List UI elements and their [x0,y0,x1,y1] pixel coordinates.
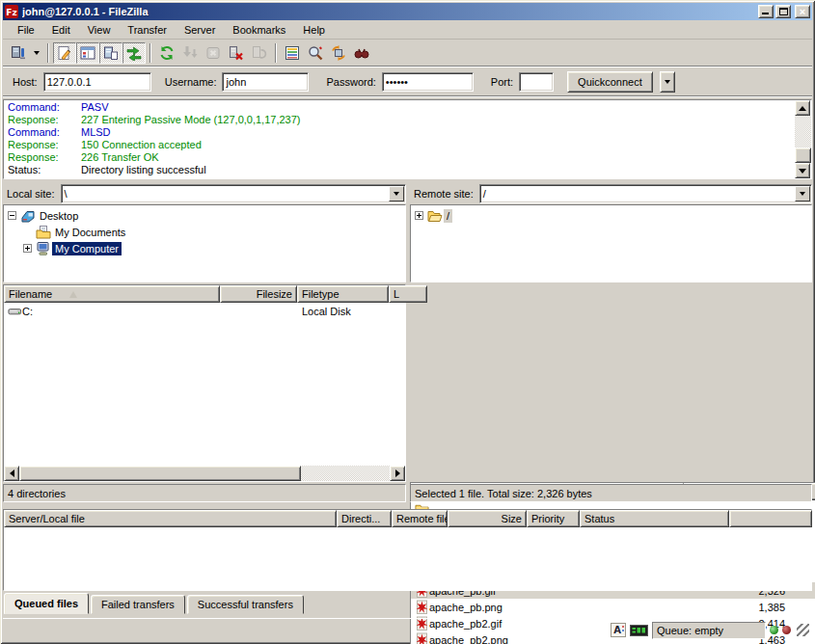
tab-queued-files[interactable]: Queued files [4,593,89,614]
column-header-filesize[interactable]: Filesize [220,285,297,303]
toggle-remote-tree-button[interactable] [99,42,122,64]
filezilla-logo-icon: Fz [5,5,18,18]
local-site-value: \ [62,185,388,202]
menu-item-view[interactable]: View [79,22,120,38]
file-size: 1,385 [684,599,795,615]
username-input[interactable] [222,72,309,92]
file-name: apache_pb.png [429,602,503,613]
refresh-button[interactable] [155,42,178,64]
arrow-up-icon [799,106,806,111]
chevron-down-icon [394,192,399,196]
chevron-down-icon [34,51,40,55]
menu-item-file[interactable]: File [9,22,43,38]
column-header-server-local-file[interactable]: Server/Local file [4,510,337,527]
remote-status-bar: Selected 1 file. Total size: 2,326 bytes [410,484,812,502]
toggle-transfer-queue-button[interactable] [122,42,146,64]
minimize-button[interactable] [758,5,774,18]
title-bar: Fz john@127.0.0.1 - FileZilla × [3,3,812,20]
find-files-button[interactable] [350,42,373,64]
resize-grip[interactable] [797,624,809,636]
scroll-thumb[interactable] [19,466,301,481]
column-header-label: Filename [9,288,52,300]
menu-item-transfer[interactable]: Transfer [119,22,176,38]
remote-status-text: Selected 1 file. Total size: 2,326 bytes [415,488,592,499]
tree-item[interactable]: My Documents [4,224,405,240]
log-line-label: Response: [8,139,81,151]
maximize-button[interactable] [775,5,791,18]
site-manager-button[interactable] [7,42,30,64]
menu-item-server[interactable]: Server [176,22,224,38]
tree-expander-plus[interactable] [23,244,32,253]
file-row[interactable]: C: Local Disk [4,303,405,319]
log-line-text: 150 Connection accepted [81,139,202,151]
scroll-track[interactable] [301,466,390,481]
file-row[interactable]: apache_pb.png 1,385 [411,599,815,615]
file-name: C: [22,306,33,317]
tree-item[interactable]: My Computer [4,240,405,256]
password-input[interactable] [382,72,474,92]
speed-limit-indicator-icon [630,625,648,636]
message-log: Command:PASVResponse:227 Entering Passiv… [3,99,812,179]
tab-failed-transfers[interactable]: Failed transfers [91,595,185,614]
column-header-directi-[interactable]: Directi... [337,510,392,527]
synchronized-browsing-button[interactable] [327,42,350,64]
column-header-l[interactable]: L [389,285,427,303]
site-manager-dropdown[interactable] [30,42,43,64]
log-line-label: Response: [8,151,81,164]
scroll-thumb[interactable] [795,148,811,163]
tree-item-label: My Computer [52,242,122,255]
menu-item-edit[interactable]: Edit [43,22,79,38]
toggle-local-tree-button[interactable] [76,42,99,64]
log-line-text: MLSD [81,126,111,139]
menu-item-help[interactable]: Help [294,22,334,38]
sort-ascending-icon [69,291,77,298]
local-site-dropdown[interactable] [389,186,404,201]
remote-site-dropdown[interactable] [795,186,810,201]
remote-site-label: Remote site: [410,188,479,200]
quickconnect-button[interactable]: Quickconnect [567,71,653,93]
directory-filters-button[interactable] [281,42,304,64]
tree-expander-plus[interactable] [415,211,423,220]
tree-item[interactable]: / [411,207,811,224]
toggle-message-log-button[interactable] [53,42,76,64]
svg-text:Fz: Fz [6,8,16,17]
local-horizontal-scrollbar[interactable] [4,466,405,481]
column-header-label: Filesize [257,288,292,300]
remote-site-combo[interactable]: / [479,184,812,203]
scroll-right-button[interactable] [390,466,405,481]
menu-item-bookmarks[interactable]: Bookmarks [224,22,294,38]
directory-comparison-button[interactable] [304,42,327,64]
host-input[interactable] [43,72,151,92]
column-header-filename[interactable]: Filename [4,285,220,303]
log-scrollbar[interactable] [795,100,811,178]
scroll-track[interactable] [795,116,811,148]
window-title: john@127.0.0.1 - FileZilla [22,6,756,17]
scroll-up-button[interactable] [795,100,810,116]
tree-item[interactable]: Desktop [4,207,405,224]
disconnect-button[interactable] [225,42,248,64]
log-line-text: PASV [81,101,109,114]
column-header-size[interactable]: Size [448,510,527,527]
local-site-combo[interactable]: \ [61,184,406,203]
port-input[interactable] [519,72,554,92]
close-button[interactable]: × [795,5,810,18]
toolbar-separator [275,43,277,63]
queue-status-text: Queue: empty [657,625,723,636]
column-header-remote-file[interactable]: Remote file [392,510,448,527]
scroll-left-button[interactable] [4,466,19,481]
arrow-down-icon [799,169,806,174]
column-header-empty[interactable] [729,510,812,527]
log-line-text: 227 Entering Passive Mode (127,0,0,1,17,… [81,114,300,126]
arrow-right-icon [395,470,400,477]
column-header-status[interactable]: Status [580,510,729,527]
quickconnect-dropdown-button[interactable] [660,71,675,93]
arrow-left-icon [10,470,14,477]
tree-expander-minus[interactable] [8,211,16,220]
password-label: Password: [326,76,375,88]
transfer-type-ascii-icon: A [611,623,626,637]
tab-successful-transfers[interactable]: Successful transfers [187,595,304,614]
image-file-icon [413,600,429,615]
column-header-filetype[interactable]: Filetype [297,285,389,303]
scroll-down-button[interactable] [795,163,810,178]
column-header-priority[interactable]: Priority [527,510,580,527]
